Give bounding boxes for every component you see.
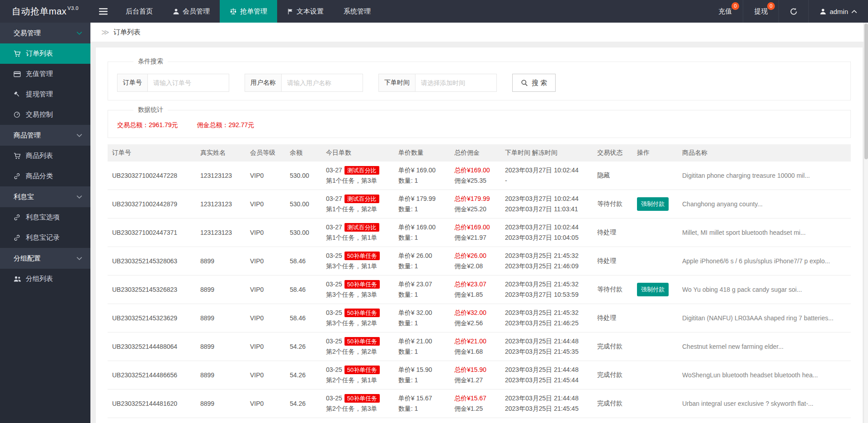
sidebar-section-label: 分组配置 bbox=[14, 254, 41, 263]
table-header-cell: 总价佣金 bbox=[450, 144, 500, 162]
cell-total-commission: 总价¥26.00 佣金¥2.08 bbox=[450, 247, 500, 276]
cell-status: 待处理 bbox=[593, 219, 632, 247]
withdraw-link[interactable]: 提现 0 bbox=[743, 0, 778, 23]
status-text: 完成付款 bbox=[597, 399, 623, 407]
cell-status: 待处理 bbox=[593, 247, 632, 276]
status-text: 完成付款 bbox=[597, 342, 623, 350]
force-pay-button[interactable]: 强制付款 bbox=[637, 283, 669, 296]
sidebar-item-label: 充值管理 bbox=[26, 70, 53, 78]
cell-day-orders: 03-27测试百分比 第1个任务，第3单 bbox=[321, 162, 394, 190]
page-scrollbar[interactable] bbox=[863, 23, 868, 423]
sidebar-section-label: 商品管理 bbox=[14, 131, 41, 140]
cell-balance: 58.46 bbox=[285, 247, 321, 276]
cell-total-commission: 总价¥169.00 佣金¥21.97 bbox=[450, 219, 500, 247]
task-badge: 50补单任务 bbox=[344, 337, 380, 346]
cell-status: 隐藏 bbox=[593, 162, 632, 190]
sidebar-item-提现管理[interactable]: 提现管理 bbox=[0, 84, 90, 105]
nav-item-系统管理[interactable]: 系统管理 bbox=[334, 0, 381, 23]
cell-times: 2023年03月25日 21:45:32 2023年03月25日 21:46:0… bbox=[500, 247, 593, 276]
sidebar-item-分组列表[interactable]: 分组列表 bbox=[0, 269, 90, 289]
sidebar-item-交易控制[interactable]: 交易控制 bbox=[0, 105, 90, 125]
scrollbar-thumb[interactable] bbox=[864, 24, 868, 159]
table-row: UB2303252144481620 8899 VIP0 54.26 03-25… bbox=[108, 390, 851, 418]
cell-day-orders: 03-2550补单任务 第3个任务，第1单 bbox=[321, 247, 394, 276]
nav-item-后台首页[interactable]: 后台首页 bbox=[116, 0, 163, 23]
cell-order-no: UB2303252145328063 bbox=[108, 247, 196, 276]
sidebar-section-分组配置[interactable]: 分组配置 bbox=[0, 248, 90, 269]
cell-balance: 530.00 bbox=[285, 162, 321, 190]
sidebar-section-商品管理[interactable]: 商品管理 bbox=[0, 125, 90, 146]
app-logo: 自动抢单max V3.0 bbox=[0, 0, 90, 23]
cell-day-orders: 03-2550补单任务 第2个任务，第3单 bbox=[321, 390, 394, 418]
cell-vip-level: VIP0 bbox=[245, 333, 285, 361]
commission-total-label: 佣金总额： bbox=[197, 121, 229, 128]
status-text: 隐藏 bbox=[597, 171, 610, 179]
sidebar-item-label: 利息宝选项 bbox=[26, 213, 60, 222]
chevron-down-icon bbox=[76, 195, 82, 199]
hamburger-icon[interactable] bbox=[90, 0, 116, 23]
search-icon bbox=[521, 79, 528, 86]
cell-order-no: UB2303271002447228 bbox=[108, 162, 196, 190]
sidebar-section-交易管理[interactable]: 交易管理 bbox=[0, 23, 90, 43]
sidebar-item-利息宝记录[interactable]: 利息宝记录 bbox=[0, 228, 90, 248]
table-row: UB2303271002447228 123123123 VIP0 530.00… bbox=[108, 162, 851, 190]
sidebar-item-label: 商品列表 bbox=[26, 152, 53, 160]
cell-times: 2023年03月27日 10:02:44 - bbox=[500, 162, 593, 190]
nav-item-会员管理[interactable]: 会员管理 bbox=[163, 0, 220, 23]
cell-price-qty: 单价¥ 32.00 数量: 1 bbox=[394, 304, 450, 333]
task-badge: 50补单任务 bbox=[344, 394, 380, 403]
cell-action bbox=[632, 390, 678, 418]
sidebar-item-订单列表[interactable]: 订单列表 bbox=[0, 43, 90, 64]
order-table: 订单号真实姓名会员等级余额今日单数单价数量总价佣金下单时间 解冻时间交易状态操作… bbox=[108, 144, 851, 423]
cell-times: 2023年03月25日 21:44:48 2023年03月25日 21:45:4… bbox=[500, 361, 593, 390]
status-text: 完成付款 bbox=[597, 371, 623, 378]
cell-times: 2023年03月27日 10:02:44 2023年03月27日 10:04:0… bbox=[500, 219, 593, 247]
cell-price-qty: 单价¥ 179.99 数量: 1 bbox=[394, 190, 450, 219]
force-pay-button[interactable]: 强制付款 bbox=[637, 197, 669, 211]
cell-real-name: 123123123 bbox=[196, 162, 245, 190]
refresh-button[interactable] bbox=[778, 0, 808, 23]
table-row: UB2303252144488064 8899 VIP0 54.26 03-25… bbox=[108, 333, 851, 361]
sidebar-item-利息宝选项[interactable]: 利息宝选项 bbox=[0, 207, 90, 228]
search-legend: 条件搜索 bbox=[133, 57, 168, 66]
flag-icon bbox=[287, 8, 293, 15]
cell-order-no: UB2303252144486656 bbox=[108, 361, 196, 390]
sidebar-item-商品列表[interactable]: 商品列表 bbox=[0, 146, 90, 166]
sidebar-section-利息宝[interactable]: 利息宝 bbox=[0, 186, 90, 207]
cell-real-name: 8899 bbox=[196, 247, 245, 276]
chevron-down-icon bbox=[76, 31, 82, 35]
sidebar-item-label: 交易控制 bbox=[26, 110, 53, 119]
table-header-cell: 今日单数 bbox=[321, 144, 394, 162]
user-menu[interactable]: admin bbox=[808, 0, 868, 23]
table-header-cell: 会员等级 bbox=[245, 144, 285, 162]
order-time-input[interactable] bbox=[415, 74, 497, 92]
table-header-row: 订单号真实姓名会员等级余额今日单数单价数量总价佣金下单时间 解冻时间交易状态操作… bbox=[108, 144, 851, 162]
withdraw-label: 提现 bbox=[754, 7, 768, 16]
username-input[interactable] bbox=[282, 74, 363, 92]
cell-action bbox=[632, 333, 678, 361]
cell-day-orders: 03-2550补单任务 bbox=[321, 418, 394, 423]
order-no-input[interactable] bbox=[148, 74, 229, 92]
nav-item-抢单管理[interactable]: 抢单管理 bbox=[220, 0, 277, 23]
cell-balance: 54.26 bbox=[285, 333, 321, 361]
cell-action: 强制付款 bbox=[632, 190, 678, 219]
sidebar-item-充值管理[interactable]: 充值管理 bbox=[0, 64, 90, 84]
cell-vip-level: VIP0 bbox=[245, 162, 285, 190]
panel: 条件搜索 订单号 用户名称 下单时间 bbox=[96, 48, 863, 423]
sidebar-item-商品分类[interactable]: 商品分类 bbox=[0, 166, 90, 186]
status-text: 等待付款 bbox=[597, 285, 623, 293]
app-title: 自动抢单max bbox=[12, 5, 66, 18]
cell-action bbox=[632, 162, 678, 190]
search-button[interactable]: 搜 索 bbox=[512, 74, 556, 92]
table-header-cell: 单价数量 bbox=[394, 144, 450, 162]
gauge-icon bbox=[14, 111, 21, 118]
username: admin bbox=[830, 8, 848, 15]
cell-price-qty: 单价¥ 26.00 数量: 1 bbox=[394, 247, 450, 276]
cell-times: 2023年03月25日 21:45:32 2023年03月27日 10:53:5… bbox=[500, 276, 593, 304]
status-text: 待处理 bbox=[597, 314, 616, 321]
app-version: V3.0 bbox=[67, 5, 79, 11]
recharge-link[interactable]: 充值 0 bbox=[708, 0, 743, 23]
cell-vip-level: VIP0 bbox=[245, 190, 285, 219]
cell-real-name: 8899 bbox=[196, 361, 245, 390]
nav-item-文本设置[interactable]: 文本设置 bbox=[277, 0, 334, 23]
